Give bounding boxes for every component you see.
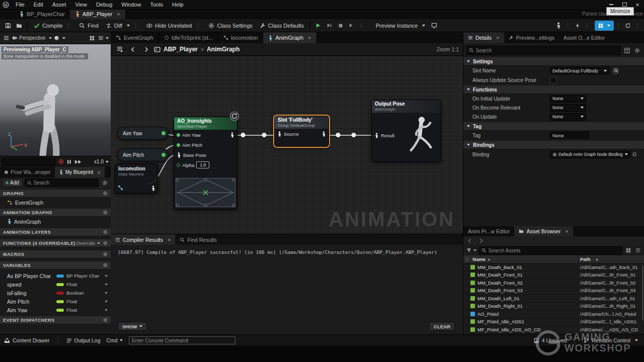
possess-icon[interactable] — [573, 21, 583, 31]
add-animation-layer-icon[interactable]: ⊕ — [103, 229, 108, 235]
asset-row[interactable]: MM_Death_Right_01/All/Game/C...th_Right_… — [463, 303, 644, 311]
chevron-down-icon[interactable] — [105, 301, 108, 303]
pose-output-pin[interactable] — [321, 131, 326, 137]
tab-bp-playerchar[interactable]: BP_PlayerChar — [14, 9, 70, 19]
back-arrow-icon[interactable] — [467, 238, 472, 243]
add-button[interactable]: + Add — [2, 178, 23, 187]
menu-debug[interactable]: Debug — [92, 0, 117, 9]
menu-asset[interactable]: Asset — [48, 0, 71, 9]
graphs-section-header[interactable]: GRAPHS⊕ — [0, 190, 111, 198]
diff-options-icon[interactable]: ⋮ — [132, 23, 139, 28]
debug-object-icon[interactable] — [553, 21, 564, 31]
tag-input[interactable]: None — [550, 132, 589, 139]
pose-output-pin[interactable] — [230, 132, 234, 138]
column-header-name[interactable]: Name — [472, 256, 486, 262]
asset-row[interactable]: MM_Death_Front_03/All/Game/C...th_Front_… — [463, 287, 644, 295]
compile-options-icon[interactable]: ⋮ — [65, 23, 72, 28]
breadcrumb-root[interactable]: ABP_Player — [164, 46, 198, 53]
animation-graphs-section-header[interactable]: ANIMATION GRAPHS⊕ — [0, 209, 111, 217]
tab-idletosprint[interactable]: IdleToSprint (st... — [159, 32, 219, 43]
refresh-icon[interactable] — [229, 111, 239, 121]
tab-details[interactable]: Details × — [463, 32, 504, 43]
add-function-icon[interactable]: ⊕ — [103, 240, 108, 246]
show-grid-icon[interactable] — [88, 33, 96, 43]
tab-my-blueprint[interactable]: My Blueprint × — [55, 167, 105, 177]
menu-help[interactable]: Help — [168, 0, 188, 9]
my-blueprint-search[interactable] — [25, 178, 99, 187]
viewport-settings-dropdown[interactable] — [98, 35, 109, 41]
tab-pose-watch-manager[interactable]: Pose Wa...anager — [0, 167, 55, 177]
close-icon[interactable]: × — [117, 11, 120, 17]
forward-arrow-icon[interactable] — [141, 44, 151, 54]
node-ao-ironsights[interactable]: AO_Ironsights AimOffset Player Aim Yaw A… — [174, 117, 237, 210]
pin-base-pose[interactable]: Base Pose — [174, 150, 237, 160]
tab-compiler-results[interactable]: Compiler Results × — [111, 234, 175, 245]
pin-source[interactable]: Source — [275, 129, 329, 139]
asset-row[interactable]: MF_Pistol_Idle_ADS_AO_CD/All/Game/..._AD… — [463, 326, 644, 334]
event-dispatchers-section-header[interactable]: EVENT DISPATCHERS⊕ — [0, 316, 111, 324]
tab-asset-override-editor[interactable]: Asset O...e Editor — [559, 32, 609, 43]
record-icon[interactable] — [58, 159, 64, 164]
variable-row[interactable]: speed Float — [0, 280, 111, 289]
reset-binding-icon[interactable] — [630, 149, 638, 159]
slot-name-dropdown[interactable]: DefaultGroup.FullBody — [550, 67, 609, 74]
search-input[interactable] — [476, 48, 618, 53]
override-dropdown[interactable]: Override — [76, 241, 101, 246]
clear-button[interactable]: CLEAR — [429, 322, 455, 331]
view-mode-dropdown[interactable] — [54, 35, 65, 41]
list-view-icon[interactable] — [634, 245, 641, 255]
on-become-relevant-dropdown[interactable]: None — [550, 104, 586, 112]
menu-view[interactable]: View — [70, 0, 92, 9]
breadcrumb-current[interactable]: AnimGraph — [207, 46, 239, 53]
asset-search[interactable] — [479, 246, 622, 255]
blendspace-preview[interactable] — [176, 178, 235, 207]
play-forward-icon[interactable] — [74, 159, 82, 164]
functions-section-header[interactable]: FUNCTIONS (4 OVERRIDABLE) Override ⊕ — [0, 239, 111, 247]
console-command-input[interactable] — [129, 336, 235, 344]
stop-icon[interactable] — [336, 21, 346, 31]
variable-row[interactable]: As BP Player Char BP Player Char — [0, 272, 111, 280]
content-drawer-button[interactable]: Content Drawer — [4, 337, 50, 343]
on-initial-update-dropdown[interactable]: None — [550, 95, 586, 103]
always-update-checkbox[interactable] — [550, 77, 556, 83]
close-icon[interactable]: × — [565, 228, 568, 234]
variable-row[interactable]: isFalling Boolean — [0, 289, 111, 297]
refresh-icon[interactable] — [623, 21, 633, 31]
pause-icon[interactable] — [67, 159, 71, 164]
variable-row[interactable]: Aim Pitch Float — [0, 297, 111, 306]
tab-asset-browser[interactable]: Asset Browser × — [514, 226, 573, 236]
preview-viewport[interactable]: Previewing ABP_Player_C Bone manipulatio… — [0, 44, 111, 156]
node-get-aim-pitch[interactable]: Aim Pitch — [117, 148, 169, 161]
close-icon[interactable]: × — [97, 169, 100, 175]
animgraph-canvas[interactable]: ANIMATION Aim Yaw Aim Pitch locomotion — [111, 56, 463, 234]
tree-item-animgraph[interactable]: AnimGraph — [0, 217, 111, 226]
reorder-columns-icon[interactable]: ⁞⁞ — [466, 256, 468, 262]
possess-options-icon[interactable]: ⋮ — [584, 23, 591, 28]
playback-speed-dropdown[interactable]: x1.0 — [94, 159, 109, 164]
filter-settings-icon[interactable] — [101, 178, 109, 188]
binding-dropdown[interactable]: Default Anim Graph Node Binding — [550, 151, 630, 158]
timeline-scrubber[interactable] — [2, 158, 55, 166]
asset-row[interactable]: MM_Death_Back_01/All/Game/C...ath_Back_0… — [463, 263, 644, 272]
tab-abp-player[interactable]: ABP_Player × — [70, 9, 125, 19]
tab-animgraph[interactable]: AnimGraph × — [263, 32, 316, 43]
play-options-icon[interactable]: ⋮ — [358, 23, 365, 28]
compile-button[interactable]: Compile ⋮ — [31, 20, 75, 31]
grid-view-icon[interactable] — [625, 245, 632, 255]
forward-arrow-icon[interactable] — [478, 238, 484, 243]
asset-row[interactable]: MM_Death_Front_01/All/Game/C...th_Front_… — [463, 272, 644, 280]
output-log-button[interactable]: Output Log — [66, 337, 101, 343]
tree-item-eventgraph[interactable]: EventGraph — [0, 198, 111, 207]
tag-category-header[interactable]: Tag — [463, 122, 644, 131]
close-icon[interactable]: × — [496, 35, 499, 41]
pin-aim-yaw[interactable]: Aim Yaw — [174, 130, 237, 140]
on-update-dropdown[interactable]: None — [550, 113, 586, 121]
find-button[interactable]: Find — [76, 20, 101, 31]
revision-control-button[interactable]: Revision Control — [584, 337, 638, 343]
browse-slot-icon[interactable] — [611, 66, 620, 75]
chevron-down-icon[interactable] — [105, 275, 108, 277]
play-icon[interactable] — [313, 21, 324, 31]
variables-section-header[interactable]: VARIABLES⊕ — [0, 261, 111, 269]
search-input[interactable] — [489, 248, 620, 253]
output-pin[interactable] — [162, 153, 166, 157]
